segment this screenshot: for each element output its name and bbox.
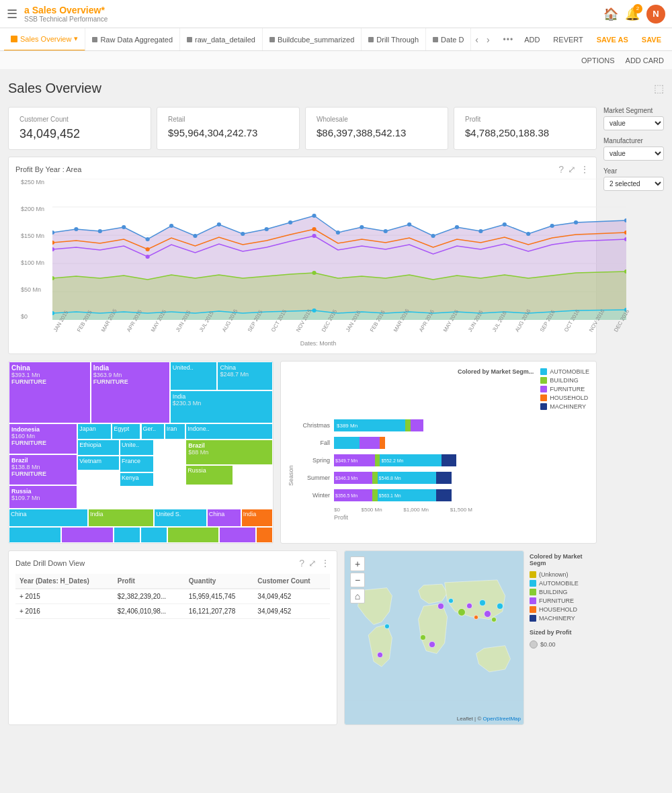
- save-as-btn[interactable]: SAVE AS: [590, 33, 635, 46]
- tab-raw-data-detailed[interactable]: raw_data_detailed: [180, 28, 263, 51]
- kpi-row: Customer Count 34,049,452 Retail $95,964…: [8, 107, 597, 150]
- filter-market-segment-select[interactable]: value: [603, 116, 664, 130]
- drill-expand-icon[interactable]: ⤢: [308, 558, 317, 569]
- treemap-cell-russia-building[interactable]: Russia: [185, 465, 233, 485]
- treemap-cell-uniteds-bottom[interactable]: United S.: [154, 509, 207, 527]
- map-legend-household: HOUSEHOLD: [530, 606, 597, 613]
- tab-raw-data-aggregated[interactable]: Raw Data Aggregated: [85, 28, 180, 51]
- tab-drill-through[interactable]: Drill Through: [362, 28, 426, 51]
- treemap-cell-egypt[interactable]: Egypt: [112, 423, 140, 440]
- treemap-cell-china-bottom[interactable]: China: [9, 509, 88, 527]
- table-row[interactable]: + 2016 $2,406,010,98... 16,121,207,278 3…: [15, 604, 330, 619]
- home-icon[interactable]: 🏠: [603, 7, 618, 22]
- treemap-cell-india-auto[interactable]: India $230.3 Mn: [170, 390, 273, 423]
- tab-sales-overview[interactable]: Sales Overview ▾: [4, 28, 85, 51]
- tab-date-d[interactable]: Date D: [426, 28, 471, 51]
- zoom-out-btn[interactable]: −: [350, 573, 365, 587]
- treemap-cell-unite[interactable]: Unite..: [120, 440, 154, 456]
- kpi-retail-value: $95,964,304,242.73: [168, 127, 288, 138]
- kpi-wholesale-label: Wholesale: [317, 116, 437, 123]
- bar-row-fall: Fall: [297, 435, 589, 450]
- top-bar: ☰ a Sales Overview* SSB Technical Perfor…: [0, 0, 672, 28]
- svg-point-18: [336, 231, 340, 235]
- treemap-cell-india-furniture[interactable]: India $363.9 Mn FURNITURE: [91, 362, 170, 423]
- tab-bar: Sales Overview ▾ Raw Data Aggregated raw…: [0, 28, 672, 51]
- map-home-btn[interactable]: ⌂: [350, 589, 365, 603]
- kpi-profit-label: Profit: [465, 116, 585, 123]
- bar-row-christmas: Christmas $389 Mn: [297, 418, 589, 433]
- area-chart-header: Profit By Year : Area ? ⤢ ⋮: [15, 164, 589, 175]
- bar-spring-furniture: $349.7 Mn: [334, 454, 375, 466]
- tab-icon: [433, 37, 438, 42]
- svg-point-12: [193, 234, 197, 238]
- treemap-cell-kenya[interactable]: Kenya: [120, 472, 154, 487]
- map-controls: + − ⌂: [350, 556, 365, 603]
- lower-section: Date Drill Down View ? ⤢ ⋮ Year (Dates: …: [8, 550, 597, 725]
- tab-next-btn[interactable]: ›: [482, 33, 494, 46]
- options-button[interactable]: OPTIONS: [581, 56, 615, 65]
- tab-dropdown-icon[interactable]: ▾: [74, 34, 78, 43]
- cell-profit-2015: $2,382,239,20...: [114, 589, 185, 604]
- svg-point-26: [526, 232, 530, 236]
- tab-icon: [92, 37, 97, 42]
- y-label-50: $50 Mn: [21, 286, 53, 293]
- svg-point-14: [241, 232, 245, 236]
- bar-fall-auto: [334, 437, 360, 449]
- treemap-cell-japan[interactable]: Japan: [77, 423, 112, 440]
- map-attribution: Leaflet | © OpenStreetMap: [457, 716, 521, 722]
- kpi-retail: Retail $95,964,304,242.73: [157, 107, 300, 150]
- treemap-cell-china-purple-bottom[interactable]: China: [207, 509, 241, 527]
- filter-manufacturer-label: Manufacturer: [603, 137, 664, 144]
- svg-point-35: [146, 255, 150, 259]
- area-chart-help-icon[interactable]: ?: [558, 164, 564, 175]
- filter-manufacturer-select[interactable]: value: [603, 147, 664, 161]
- map-legend-building-dot: [530, 589, 536, 595]
- bell-icon[interactable]: 🔔 2: [625, 7, 640, 22]
- drill-more-icon[interactable]: ⋮: [321, 558, 330, 569]
- bar-spring-auto: $552.2 Mn: [380, 454, 441, 466]
- treemap-cell-india-orange-bottom[interactable]: India: [241, 509, 273, 527]
- page-export-icon[interactable]: ⬚: [654, 82, 664, 95]
- kpi-customer-count: Customer Count 34,049,452: [8, 107, 151, 150]
- treemap-cell-china-furniture[interactable]: China $393.1 Mn FURNITURE: [9, 362, 91, 423]
- area-chart-svg: [52, 179, 626, 320]
- area-chart-expand-icon[interactable]: ⤢: [568, 164, 576, 175]
- map-legend-automobile-dot: [530, 580, 536, 587]
- treemap-cell-france[interactable]: France: [120, 456, 154, 472]
- treemap-cell-indone[interactable]: Indone..: [185, 423, 273, 440]
- hamburger-icon[interactable]: ☰: [7, 7, 17, 22]
- svg-point-15: [265, 227, 269, 231]
- add-btn[interactable]: ADD: [517, 33, 546, 46]
- user-avatar[interactable]: N: [646, 5, 665, 24]
- tab-prev-btn[interactable]: ‹: [471, 33, 482, 46]
- treemap-cell-ger[interactable]: Ger..: [141, 423, 165, 440]
- treemap-cell-vietnam[interactable]: Vietnam: [77, 456, 120, 470]
- svg-point-19: [360, 225, 364, 229]
- zoom-in-btn[interactable]: +: [350, 556, 365, 571]
- treemap-cell-united[interactable]: United..: [170, 362, 218, 390]
- treemap-cell-russia-furniture[interactable]: Russia $109.7 Mn: [9, 485, 77, 509]
- bar-x-labels: $0 $500 Mn $1,000 Mn $1,500 M: [297, 507, 472, 513]
- treemap-cell-indonesia[interactable]: Indonesia $160 Mn FURNITURE: [9, 423, 77, 454]
- treemap-cell-china-auto[interactable]: China $248.7 Mn: [217, 362, 273, 390]
- tab-buildcube-summarized[interactable]: Buildcube_summarized: [263, 28, 362, 51]
- revert-btn[interactable]: REVERT: [546, 33, 589, 46]
- save-btn[interactable]: SAVE: [635, 33, 668, 46]
- y-label-100: $100 Mn: [21, 259, 53, 266]
- area-chart-more-icon[interactable]: ⋮: [580, 164, 589, 175]
- tab-more-btn[interactable]: •••: [499, 34, 518, 46]
- y-label-150: $150 Mn: [21, 233, 53, 239]
- drill-help-icon[interactable]: ?: [299, 558, 304, 569]
- bar-chart-title: Colored by Market Segm...: [458, 368, 534, 410]
- treemap-cell-india-bottom[interactable]: India: [88, 509, 154, 527]
- treemap-cell-brazil-building[interactable]: Brazil $88 Mn: [185, 440, 273, 465]
- treemap-cell-ethiopia[interactable]: Ethiopia: [77, 440, 120, 456]
- cell-quantity-2016: 16,121,207,278: [185, 604, 254, 619]
- add-card-button[interactable]: ADD CARD: [626, 56, 664, 65]
- treemap-cell-brazil-furniture[interactable]: Brazil $138.8 Mn FURNITURE: [9, 454, 77, 485]
- treemap-cell-iran[interactable]: Iran: [165, 423, 185, 440]
- drill-table: Year (Dates: H_Dates) Profit Quantity Cu…: [15, 574, 330, 619]
- table-row[interactable]: + 2015 $2,382,239,20... 15,959,415,745 3…: [15, 589, 330, 604]
- map-dot: [420, 634, 426, 640]
- col-customer-count: Customer Count: [253, 574, 330, 589]
